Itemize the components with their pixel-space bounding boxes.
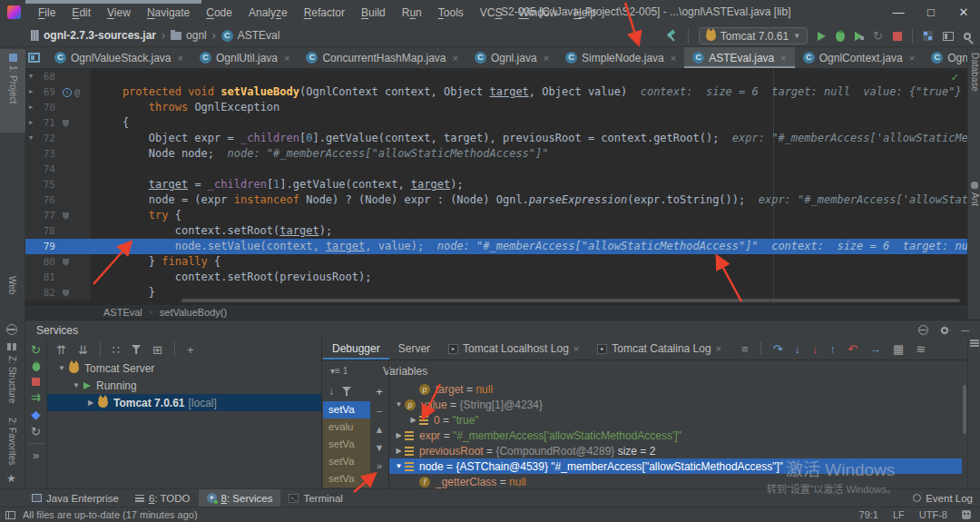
breadcrumb-class[interactable]: ASTEval [103, 307, 142, 318]
menu-item-analyze[interactable]: Analyze [240, 6, 296, 19]
menu-item-navigate[interactable]: Navigate [139, 6, 198, 19]
sidebar-item-ant[interactable]: Ant [970, 192, 980, 206]
deploy-icon[interactable]: ⇉ [31, 391, 41, 403]
variable-row[interactable]: ▼pvalue = {String[1]@4234} [389, 397, 962, 412]
evaluate-expression-icon[interactable]: ▦ [893, 342, 904, 356]
close-icon[interactable]: × [573, 343, 579, 354]
hide-tabs-icon[interactable] [28, 53, 40, 63]
code-line-78[interactable]: 78 context.setRoot(target); [25, 223, 967, 239]
code-line-79[interactable]: 79 node.setValue(context, target, value)… [25, 239, 967, 254]
editor-tab[interactable]: CConcurrentHashMap.java× [298, 47, 466, 68]
frame-row[interactable]: evalu [323, 419, 370, 436]
line-separator[interactable]: LF [893, 509, 905, 520]
close-icon[interactable]: × [716, 343, 721, 354]
expander-icon[interactable]: ▼ [393, 400, 405, 409]
hide-icon[interactable]: ─ [961, 324, 969, 337]
editor-gutter[interactable]: 79 [25, 239, 91, 254]
add-watch-icon[interactable]: + [376, 385, 383, 399]
editor-gutter[interactable]: ▶71 [25, 115, 91, 131]
services-tree-row[interactable]: ▼Tomcat Server [47, 359, 321, 377]
expander-icon[interactable]: ▼ [54, 364, 69, 372]
filter-icon[interactable] [132, 345, 141, 354]
build-hammer-icon[interactable] [664, 30, 678, 43]
tool-windows-icon[interactable] [5, 511, 15, 519]
override-icon[interactable]: ↑ [63, 88, 72, 97]
move-up-icon[interactable]: ▲ [375, 424, 385, 435]
breadcrumb-item[interactable]: CASTEval [221, 29, 280, 42]
menu-item-edit[interactable]: Edit [64, 6, 99, 19]
frame-row[interactable]: setVa [323, 470, 370, 488]
menu-item-run[interactable]: Run [394, 6, 430, 19]
menu-item-build[interactable]: Build [353, 6, 394, 19]
variables-scrollbar[interactable] [963, 385, 966, 434]
code-line-77[interactable]: 77 try { [25, 208, 967, 223]
filter-icon[interactable] [342, 387, 351, 396]
code-editor[interactable]: ▼68▶69↑@ protected void setValueBody(Ogn… [25, 69, 967, 304]
services-tree-row[interactable]: ▶Tomcat 7.0.61[local] [47, 394, 321, 411]
more-icon[interactable]: » [33, 449, 39, 461]
code-line-73[interactable]: 73 Node node; node: "#_memberAccess["all… [25, 146, 967, 162]
editor-gutter[interactable]: 81 [25, 270, 91, 285]
toolwindow-button-terminal[interactable]: >_Terminal [280, 489, 350, 507]
more-icon[interactable]: » [377, 460, 382, 471]
editor-tab[interactable]: COgnlUtil.java× [191, 47, 298, 68]
run-configuration-select[interactable]: Tomcat 7.0.61 ▼ [699, 27, 808, 44]
stop-icon[interactable] [32, 378, 40, 386]
breadcrumb-item[interactable]: ognl [171, 29, 207, 42]
editor-gutter[interactable]: 76 [25, 192, 91, 208]
fold-marker-icon[interactable]: ▶ [25, 100, 36, 115]
expand-all-icon[interactable]: ⇈ [56, 343, 66, 357]
sidebar-item-web[interactable]: Web [7, 276, 17, 294]
minimize-button[interactable]: — [882, 0, 915, 25]
editor-gutter[interactable]: 75 [25, 177, 91, 192]
drop-frame-icon[interactable]: ↶ [848, 342, 858, 356]
sidebar-item-project[interactable]: 1: Project [0, 49, 25, 133]
frame-row[interactable]: setVa [323, 436, 370, 453]
web-icon[interactable] [918, 325, 928, 335]
close-icon[interactable]: × [671, 53, 676, 64]
event-log-button[interactable]: Event Log [913, 493, 973, 504]
toolwindow-button-services[interactable]: 8: Services [199, 489, 281, 507]
menu-item-code[interactable]: Code [198, 6, 240, 19]
arrow-down-icon[interactable]: ↓ [328, 385, 334, 398]
close-icon[interactable]: × [453, 53, 458, 64]
expander-icon[interactable]: ▼ [393, 462, 405, 470]
project-structure-icon[interactable] [923, 31, 933, 41]
remove-watch-icon[interactable]: − [377, 406, 382, 417]
editor-gutter[interactable]: ▼68 [25, 69, 91, 84]
close-icon[interactable]: × [178, 53, 183, 64]
fold-marker-icon[interactable]: ▶ [25, 115, 36, 131]
code-line-72[interactable]: ▼72 Object expr = _children[0].getValue(… [25, 131, 967, 146]
code-line-71[interactable]: ▶71 { [25, 115, 967, 131]
toolwindow-button-todo[interactable]: 6: TODO [127, 489, 199, 507]
code-line-80[interactable]: 80 } finally { [25, 254, 967, 270]
profiler-icon[interactable]: ↻ [873, 29, 883, 43]
run-to-cursor-icon[interactable]: → [869, 342, 881, 356]
expander-icon[interactable]: ▶ [393, 447, 405, 455]
open-in-new-tab-icon[interactable]: ⊞ [152, 343, 162, 357]
variable-row[interactable]: ▶expr = "#_memberAccess['allowStaticMeth… [389, 428, 962, 443]
close-icon[interactable]: × [284, 53, 289, 64]
editor-gutter[interactable]: ▶69↑@ [25, 84, 91, 100]
editor-gutter[interactable]: ▶70 [25, 100, 91, 115]
rerun-icon[interactable]: ↻ [31, 344, 41, 356]
step-over-icon[interactable]: ↷ [773, 342, 783, 356]
code-line-81[interactable]: 81 context.setRoot(previousRoot); [25, 270, 967, 285]
expander-icon[interactable]: ▼ [69, 381, 83, 389]
menu-item-file[interactable]: File [30, 6, 64, 19]
debugger-tab[interactable]: Debugger [323, 338, 389, 359]
fold-marker-icon[interactable]: ▼ [25, 69, 36, 84]
editor-gutter[interactable]: 80 [25, 254, 91, 270]
debugger-tab[interactable]: ▸Tomcat Localhost Log× [439, 338, 588, 359]
refresh-icon[interactable]: ↻ [31, 426, 41, 438]
editor-tab[interactable]: CSimpleNode.java× [557, 47, 684, 68]
step-into-icon[interactable]: ↓ [795, 342, 801, 356]
expander-icon[interactable]: ▶ [407, 416, 419, 424]
expander-icon[interactable]: ▶ [83, 399, 98, 407]
sidebar-item-favorites[interactable]: 2: Favorites [7, 418, 17, 465]
expander-icon[interactable]: ▶ [393, 431, 405, 439]
debugger-layout-icon[interactable] [970, 340, 979, 347]
debug-icon[interactable] [836, 31, 845, 42]
editor-gutter[interactable]: 78 [25, 223, 91, 239]
run-icon[interactable] [818, 32, 826, 41]
